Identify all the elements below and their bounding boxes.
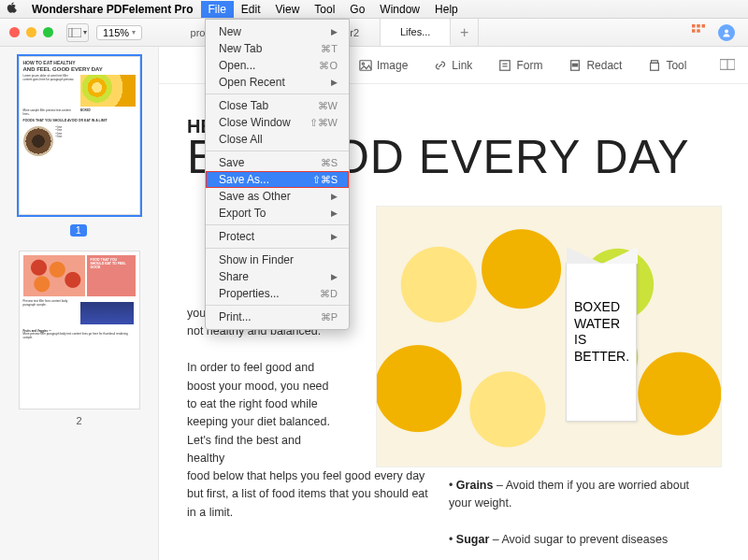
- page-thumbnail-2[interactable]: FOOD THAT YOU SHOULD EAT TO FEEL GOOD Pr…: [19, 251, 140, 409]
- svg-rect-6: [697, 29, 700, 33]
- sidebar-toggle-icon[interactable]: ▾: [66, 23, 89, 42]
- svg-rect-3: [697, 24, 700, 28]
- page-thumbnail-1[interactable]: HOW TO EAT HEALTHY AND FEEL GOOD EVERY D…: [19, 56, 140, 215]
- hero-image: BOXEDWATERISBETTER.: [376, 206, 722, 467]
- tab-3[interactable]: Lifes...: [381, 19, 451, 46]
- svg-point-19: [362, 63, 364, 65]
- menu-tool[interactable]: Tool: [307, 1, 342, 18]
- redact-tool-button[interactable]: Redact: [555, 59, 635, 72]
- file-menu-item[interactable]: Share▶: [206, 268, 349, 285]
- file-menu-item[interactable]: New Tab⌘T: [206, 40, 349, 57]
- file-menu-item[interactable]: New▶: [206, 23, 349, 40]
- file-menu-item[interactable]: Show in Finder: [206, 251, 349, 268]
- svg-rect-20: [500, 60, 511, 70]
- image-tool-button[interactable]: Image: [346, 59, 421, 72]
- form-tool-button[interactable]: Form: [485, 59, 555, 72]
- file-menu-item[interactable]: Close Tab⌘W: [206, 97, 349, 114]
- thumbnail-sidebar: HOW TO EAT HEALTHY AND FEEL GOOD EVERY D…: [0, 47, 159, 560]
- tool-tool-button[interactable]: Tool: [635, 59, 699, 72]
- fullscreen-window-button[interactable]: [43, 27, 53, 37]
- file-menu-item[interactable]: Open...⌘O: [206, 57, 349, 74]
- menu-view[interactable]: View: [268, 1, 308, 18]
- user-avatar-icon[interactable]: [718, 24, 735, 41]
- svg-rect-0: [68, 28, 81, 37]
- page-number-2: 2: [0, 415, 158, 426]
- svg-rect-24: [573, 64, 578, 66]
- file-menu-item[interactable]: Save⌘S: [206, 154, 349, 171]
- file-menu-item[interactable]: Print...⌘P: [206, 309, 349, 325]
- svg-rect-2: [692, 24, 696, 28]
- menu-help[interactable]: Help: [427, 1, 466, 18]
- file-menu-item[interactable]: Export To▶: [206, 205, 349, 222]
- file-menu-item[interactable]: Close Window⇧⌘W: [206, 114, 349, 131]
- file-menu-item[interactable]: Save as Other▶: [206, 188, 349, 205]
- minimize-window-button[interactable]: [26, 27, 36, 37]
- file-menu-item[interactable]: Open Recent▶: [206, 74, 349, 91]
- body-paragraph-2: food below that helps you feel good ever…: [187, 467, 430, 522]
- zoom-select[interactable]: 115%▾: [96, 25, 142, 40]
- svg-rect-4: [702, 24, 706, 28]
- macos-menubar: Wondershare PDFelement Pro File Edit Vie…: [0, 0, 748, 19]
- page-badge-1: 1: [70, 224, 87, 237]
- file-menu-dropdown: New▶New Tab⌘TOpen...⌘OOpen Recent▶Close …: [205, 19, 350, 330]
- new-tab-button[interactable]: +: [451, 19, 479, 46]
- file-menu-item[interactable]: Save As...⇧⌘S: [206, 171, 349, 188]
- bullet-list: • Grains – Avoid them if you are worried…: [449, 477, 701, 550]
- svg-rect-26: [651, 63, 659, 70]
- svg-point-7: [725, 29, 728, 33]
- link-tool-button[interactable]: Link: [421, 59, 485, 72]
- menu-edit[interactable]: Edit: [234, 1, 268, 18]
- menu-window[interactable]: Window: [372, 1, 427, 18]
- main-area: HOW TO EAT HEALTHY AND FEEL GOOD EVERY D…: [0, 47, 748, 560]
- file-menu-item[interactable]: Properties...⌘D: [206, 285, 349, 302]
- menu-go[interactable]: Go: [342, 1, 372, 18]
- window-toolbar: ▾ 115%▾ prod... Prod... color2 Lifes... …: [0, 19, 748, 47]
- app-name: Wondershare PDFelement Pro: [24, 3, 201, 16]
- close-window-button[interactable]: [9, 27, 20, 37]
- apple-logo-icon[interactable]: [0, 2, 24, 16]
- file-menu-item[interactable]: Close All: [206, 131, 349, 148]
- page-layout-icon[interactable]: [720, 57, 748, 74]
- window-controls: [0, 27, 63, 37]
- file-menu-item[interactable]: Protect▶: [206, 228, 349, 245]
- svg-rect-5: [692, 29, 696, 33]
- menu-file[interactable]: File: [201, 1, 234, 18]
- zoom-value: 115%: [103, 27, 129, 38]
- carton-graphic: BOXEDWATERISBETTER.: [566, 263, 637, 422]
- apps-grid-icon[interactable]: [692, 24, 705, 41]
